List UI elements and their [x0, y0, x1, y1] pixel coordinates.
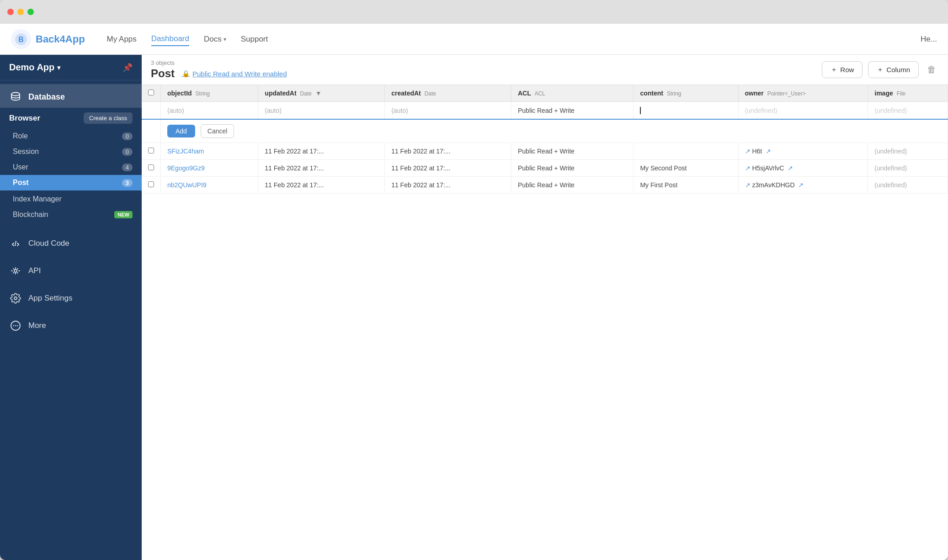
row0-checkbox[interactable]: [148, 148, 154, 153]
create-class-button[interactable]: Create a class: [84, 112, 133, 124]
ext-link-icon[interactable]: ↗: [798, 181, 804, 189]
svg-point-3: [14, 269, 17, 272]
sidebar-item-blockchain[interactable]: Blockchain NEW: [0, 207, 142, 222]
nav-myapps[interactable]: My Apps: [107, 33, 137, 46]
row0-updatedat: 11 Feb 2022 at 17:...: [258, 143, 385, 160]
add-cancel-row: Add Cancel: [142, 119, 948, 143]
objects-count: 3 objects: [151, 59, 287, 66]
sidebar-item-role[interactable]: Role 0: [0, 128, 142, 144]
col-image: image File: [868, 85, 948, 102]
titlebar: [0, 0, 948, 24]
main-content: 3 objects Post 🔒 Public Read and Write e…: [142, 55, 948, 560]
sidebar-item-index-manager[interactable]: Index Manager: [0, 190, 142, 207]
row0-content: [634, 143, 738, 160]
row2-owner[interactable]: ↗ z3mAvKDHGD ↗: [738, 177, 868, 194]
svg-point-8: [17, 325, 18, 326]
app-settings-label: App Settings: [28, 294, 72, 303]
row1-owner[interactable]: ↗ H5sjAVrlvC ↗: [738, 160, 868, 177]
sidebar-item-app-settings[interactable]: App Settings: [0, 285, 142, 312]
row0-image: (undefined): [868, 143, 948, 160]
row1-objectid[interactable]: 9Egogo9Gz9: [161, 160, 258, 177]
row2-objectid[interactable]: nb2QUwUPI9: [161, 177, 258, 194]
sidebar-item-post[interactable]: Post 3: [0, 175, 142, 190]
sidebar-item-api[interactable]: API: [0, 257, 142, 285]
app-selector[interactable]: Demo App ▾ 📌: [0, 55, 142, 80]
table-actions: ＋ Row ＋ Column 🗑: [822, 61, 939, 78]
col-updatedat[interactable]: updatedAt Date ▼: [258, 85, 385, 102]
select-all-checkbox[interactable]: [148, 90, 154, 95]
row1-checkbox-cell[interactable]: [142, 160, 161, 177]
blockchain-new-badge: NEW: [114, 211, 133, 218]
logo-area: B Back4App: [11, 29, 85, 49]
nav-docs[interactable]: Docs ▾: [204, 33, 226, 46]
api-icon: [9, 264, 22, 277]
cloud-code-label: Cloud Code: [28, 239, 69, 248]
filter-icon[interactable]: ▼: [315, 90, 322, 97]
row2-checkbox-cell[interactable]: [142, 177, 161, 194]
row2-updatedat: 11 Feb 2022 at 17:...: [258, 177, 385, 194]
database-section: Database Browser Create a class Role 0: [0, 80, 142, 230]
add-button[interactable]: Add: [167, 125, 195, 137]
row0-owner[interactable]: ↗ H6t ↗: [738, 143, 868, 160]
add-column-button[interactable]: ＋ Column: [868, 61, 919, 78]
close-button[interactable]: [7, 9, 14, 15]
row2-acl: Public Read + Write: [511, 177, 633, 194]
table-title-area: 3 objects Post 🔒 Public Read and Write e…: [151, 59, 287, 80]
table-header-row: objectId String updatedAt Date ▼ created…: [142, 85, 948, 102]
new-content-cell[interactable]: [634, 102, 738, 120]
row1-acl: Public Read + Write: [511, 160, 633, 177]
nav-help: He...: [921, 35, 937, 44]
row1-image: (undefined): [868, 160, 948, 177]
cloud-code-icon: [9, 237, 22, 250]
select-all-checkbox-header[interactable]: [142, 85, 161, 102]
row2-image: (undefined): [868, 177, 948, 194]
row2-createdat: 11 Feb 2022 at 17:...: [385, 177, 511, 194]
sidebar-item-more[interactable]: More: [0, 312, 142, 339]
row1-createdat: 11 Feb 2022 at 17:...: [385, 160, 511, 177]
database-label: Database: [28, 92, 65, 102]
browser-section: Browser Create a class Role 0 Session 0: [0, 108, 142, 226]
add-row-button[interactable]: ＋ Row: [822, 61, 863, 78]
lock-icon: 🔒: [182, 70, 190, 77]
new-createdat-cell: (auto): [385, 102, 511, 120]
row2-checkbox[interactable]: [148, 181, 154, 187]
logo-text: Back4App: [36, 33, 85, 45]
row0-checkbox-cell[interactable]: [142, 143, 161, 160]
new-acl-cell: Public Read + Write: [511, 102, 633, 120]
maximize-button[interactable]: [27, 9, 34, 15]
sidebar-item-user[interactable]: User 4: [0, 159, 142, 175]
cancel-button[interactable]: Cancel: [201, 124, 234, 138]
table-title: Post: [151, 67, 175, 80]
browser-label: Browser: [9, 114, 40, 123]
nav-dashboard[interactable]: Dashboard: [151, 32, 189, 46]
logo-icon: B: [11, 29, 31, 49]
database-icon: [9, 90, 22, 103]
ext-link-icon[interactable]: ↗: [788, 164, 793, 172]
row1-updatedat: 11 Feb 2022 at 17:...: [258, 160, 385, 177]
pointer-icon: ↗: [745, 181, 751, 189]
public-read-write-link[interactable]: 🔒 Public Read and Write enabled: [182, 70, 287, 78]
database-nav-item[interactable]: Database: [0, 84, 142, 108]
row0-objectid[interactable]: SFizJC4ham: [161, 143, 258, 160]
delete-button[interactable]: 🗑: [924, 62, 939, 78]
data-table-container: objectId String updatedAt Date ▼ created…: [142, 85, 948, 560]
ext-link-icon[interactable]: ↗: [766, 148, 771, 155]
sidebar: Demo App ▾ 📌: [0, 55, 142, 560]
new-row-checkbox-cell: [142, 102, 161, 120]
minimize-button[interactable]: [17, 9, 24, 15]
top-nav: B Back4App My Apps Dashboard Docs ▾ Supp…: [0, 24, 948, 55]
svg-text:B: B: [18, 36, 24, 43]
more-label: More: [28, 321, 46, 330]
row1-checkbox[interactable]: [148, 164, 154, 170]
app-window: B Back4App My Apps Dashboard Docs ▾ Supp…: [0, 0, 948, 560]
nav-support[interactable]: Support: [241, 33, 268, 46]
new-updatedat-cell: (auto): [258, 102, 385, 120]
pointer-icon: ↗: [745, 148, 751, 155]
sidebar-item-cloud-code[interactable]: Cloud Code: [0, 230, 142, 257]
sidebar-item-session[interactable]: Session 0: [0, 144, 142, 159]
col-content: content String: [634, 85, 738, 102]
app-settings-icon: [9, 292, 22, 305]
new-objectid-cell: (auto): [161, 102, 258, 120]
col-objectid: objectId String: [161, 85, 258, 102]
pointer-icon: ↗: [745, 164, 751, 172]
